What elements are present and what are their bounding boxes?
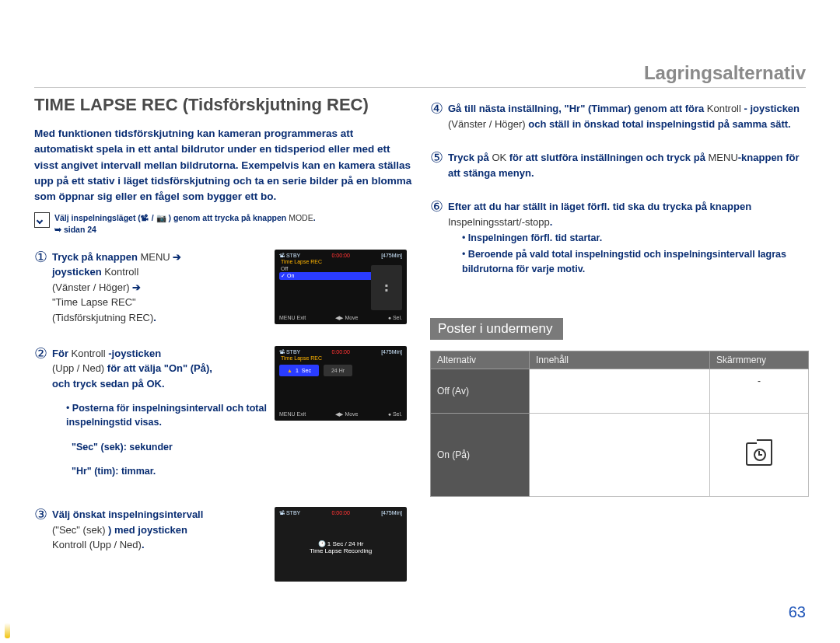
- prev-page-indicator[interactable]: [5, 623, 10, 638]
- scr2-hr: 24 Hr: [324, 365, 352, 376]
- screenshot-3: 📽 STBY0:00:00[475Min] 🕐 1 Sec / 24 Hr Ti…: [275, 507, 413, 585]
- s1-tlrec: "Time Lapse REC": [52, 296, 136, 308]
- s5-menu: MENU: [709, 152, 738, 163]
- s1-kontroll: Kontroll: [104, 266, 138, 278]
- s6-tail: .: [550, 216, 553, 228]
- s2-f: och tryck sedan på OK.: [52, 378, 165, 390]
- th-skarmmeny: Skärmmeny: [710, 351, 809, 369]
- cell-on-content: [530, 414, 710, 497]
- s1-arrow1: ➔: [170, 251, 182, 263]
- th-alternativ: Alternativ: [431, 351, 530, 369]
- s1-joystick: joysticken: [52, 266, 104, 278]
- scr2-stby: STBY: [286, 349, 300, 355]
- s4-d: (Vänster / Höger): [448, 118, 526, 130]
- step-1: ① Tryck på knappen MENU ➔ joysticken Kon…: [34, 250, 413, 327]
- step-number-2: ②: [34, 346, 47, 489]
- step-4: ④ Gå till nästa inställning, "Hr" (Timma…: [430, 101, 809, 131]
- scr2-sec: ▲1Sec: [279, 365, 319, 376]
- mode-note: Välj inspelningsläget (📽 / 📷 ) genom att…: [34, 212, 413, 235]
- page-number: 63: [789, 603, 806, 621]
- scr1-min: [475Min]: [381, 253, 402, 258]
- th-innehall: Innehåll: [530, 351, 710, 369]
- cell-off: Off (Av): [431, 369, 530, 414]
- step-3: ③ Välj önskat inspelningsintervall ("Sec…: [34, 507, 413, 585]
- note-mode: MODE: [289, 213, 313, 222]
- scr3-line2: Time Lapse Recording: [279, 547, 402, 554]
- s4-c: - joysticken: [741, 103, 800, 114]
- s1-menu: MENU: [140, 251, 170, 263]
- note-page-ref: ➥ sidan 24: [54, 225, 96, 234]
- s6-a: Efter att du har ställt in läget förfl. …: [448, 201, 751, 212]
- cell-off-icon: -: [710, 369, 809, 414]
- page-heading: TIME LAPSE REC (Tidsförskjutning REC): [34, 95, 413, 115]
- table-row-on: On (På): [431, 414, 809, 497]
- s5-ok: OK: [492, 152, 506, 163]
- s2-b: Kontroll: [72, 348, 106, 359]
- s6-bul2: Beroende på vald total inspelningstid oc…: [462, 249, 786, 274]
- scr2-exit: MENU Exit: [279, 411, 306, 418]
- table-row-off: Off (Av) -: [431, 369, 809, 414]
- screenshot-2: 📽 STBY0:00:00[475Min] Time Lapse REC ▲1S…: [275, 346, 413, 424]
- s1-arrow2: ➔: [130, 281, 142, 293]
- scr3-line1: 1 Sec / 24 Hr: [327, 540, 364, 547]
- scr3-time: 0:00:00: [332, 510, 350, 515]
- scr1-exit: MENU Exit: [279, 315, 306, 321]
- note-text-2: ) genom att trycka på knappen: [166, 213, 289, 222]
- s1-a: Tryck på knappen: [52, 251, 140, 263]
- s2-bul3: "Hr" (tim): timmar.: [72, 466, 156, 477]
- s2-c: -joysticken: [106, 348, 162, 359]
- scr1-title: Time Lapse REC: [279, 258, 402, 265]
- s3-b: ("Sec" (sek): [52, 524, 105, 536]
- scr1-move: ◀▶ Move: [335, 315, 358, 321]
- s4-a: Gå till nästa inställning, "Hr" (Timmar)…: [448, 103, 707, 114]
- timelapse-icon: [746, 442, 772, 466]
- submenu-table: Alternativ Innehåll Skärmmeny Off (Av) -…: [430, 351, 809, 497]
- step-number-4: ④: [430, 101, 443, 131]
- s2-bul2: "Sec" (sek): sekunder: [72, 442, 173, 453]
- s2-bul1: Posterna för inspelningsintervall och to…: [66, 403, 267, 428]
- step-number-1: ①: [34, 250, 47, 327]
- step-number-5: ⑤: [430, 150, 443, 180]
- s2-a: För: [52, 348, 72, 359]
- left-column: TIME LAPSE REC (Tidsförskjutning REC) Me…: [34, 95, 413, 603]
- step-number-6: ⑥: [430, 199, 443, 278]
- s5-b: för att slutföra inställningen och tryck…: [506, 152, 708, 163]
- step-number-3: ③: [34, 507, 47, 585]
- scr2-min: [475Min]: [381, 349, 402, 355]
- scr1-time: 0:00:00: [332, 253, 350, 258]
- s5-a: Tryck på: [448, 152, 492, 163]
- cell-off-content: [530, 369, 710, 414]
- s1-tlrec2: (Tidsförskjutning REC): [52, 312, 153, 323]
- scr1-preview: ■■: [371, 265, 402, 310]
- scr2-title: Time Lapse REC: [279, 355, 402, 362]
- screenshot-1: 📽 STBY0:00:00[475Min] Time Lapse REC Off…: [275, 250, 413, 327]
- note-text-mid: /: [149, 213, 156, 222]
- cell-on-icon: [710, 414, 809, 497]
- s4-b: Kontroll: [707, 103, 741, 114]
- s6-bul1: Inspelningen förfl. tid startar.: [468, 232, 602, 243]
- right-column: ④ Gå till nästa inställning, "Hr" (Timma…: [430, 95, 809, 603]
- step-6: ⑥ Efter att du har ställt in läget förfl…: [430, 199, 809, 278]
- s6-rec: Inspelningsstart/-stopp: [448, 216, 550, 228]
- scr1-stby: STBY: [286, 253, 300, 258]
- intro-text: Med funktionen tidsförskjutning kan kame…: [34, 126, 413, 204]
- s3-d: Kontroll (Upp / Ned): [52, 539, 142, 550]
- s1-tail: .: [153, 312, 156, 323]
- divider: [34, 87, 806, 88]
- s3-tail: .: [142, 539, 145, 550]
- note-text-1: Välj inspelningsläget (: [54, 213, 141, 222]
- scr2-sel: ● Sel.: [388, 411, 402, 418]
- s2-e: för att välja "On" (På),: [104, 362, 212, 374]
- scr1-sel: ● Sel.: [388, 315, 402, 321]
- scr3-stby: STBY: [286, 510, 300, 515]
- scr3-min: [475Min]: [381, 510, 402, 515]
- s3-c: ) med joysticken: [105, 524, 187, 536]
- section-title: Lagringsalternativ: [644, 62, 806, 84]
- step-5: ⑤ Tryck på OK för att slutföra inställni…: [430, 150, 809, 180]
- check-icon: [34, 212, 50, 228]
- submenu-heading: Poster i undermeny: [430, 318, 563, 340]
- s2-d: (Upp / Ned): [52, 362, 104, 374]
- s4-e: och ställ in önskad total inspelningstid…: [526, 118, 791, 130]
- scr2-time: 0:00:00: [332, 349, 350, 355]
- s1-lr: (Vänster / Höger): [52, 281, 130, 293]
